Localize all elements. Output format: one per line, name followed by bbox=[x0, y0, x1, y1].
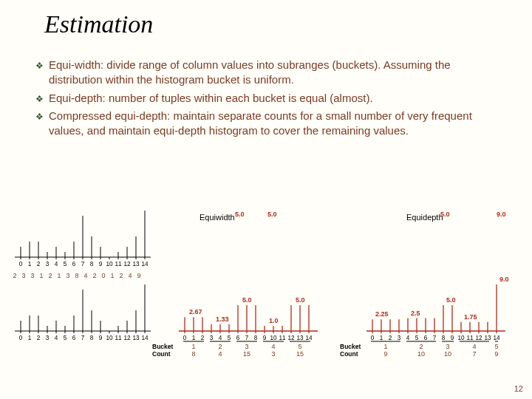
svg-text:1: 1 bbox=[380, 335, 383, 341]
svg-text:12: 12 bbox=[475, 335, 482, 341]
body-text: ❖ Equi-width: divide range of column val… bbox=[35, 58, 494, 141]
svg-text:11: 11 bbox=[279, 335, 286, 341]
svg-text:5.0: 5.0 bbox=[235, 211, 245, 218]
svg-text:10: 10 bbox=[417, 350, 425, 358]
svg-text:15: 15 bbox=[243, 350, 250, 358]
svg-text:8: 8 bbox=[191, 350, 195, 358]
svg-text:5.0: 5.0 bbox=[440, 211, 450, 218]
svg-text:9: 9 bbox=[99, 261, 103, 267]
svg-text:8: 8 bbox=[90, 261, 94, 267]
svg-text:3: 3 bbox=[245, 343, 248, 350]
svg-text:10: 10 bbox=[106, 261, 113, 267]
svg-text:9.0: 9.0 bbox=[497, 211, 506, 218]
svg-text:4: 4 bbox=[55, 335, 58, 341]
svg-text:5.0: 5.0 bbox=[242, 296, 252, 304]
svg-text:9: 9 bbox=[263, 335, 267, 341]
svg-text:10: 10 bbox=[444, 350, 451, 358]
svg-text:4: 4 bbox=[219, 335, 222, 341]
svg-text:3: 3 bbox=[46, 261, 50, 267]
svg-text:14: 14 bbox=[141, 335, 149, 341]
svg-text:12: 12 bbox=[287, 335, 295, 341]
bullet-item: ❖ Equi-depth: number of tuples within ea… bbox=[35, 91, 494, 106]
svg-text:2: 2 bbox=[218, 343, 222, 350]
page-number: 12 bbox=[514, 384, 523, 393]
svg-text:1.33: 1.33 bbox=[216, 316, 229, 323]
svg-text:1: 1 bbox=[192, 335, 196, 341]
svg-text:1: 1 bbox=[39, 272, 43, 279]
svg-text:9.0: 9.0 bbox=[499, 276, 509, 283]
svg-text:Bucket: Bucket bbox=[340, 343, 361, 350]
svg-text:2: 2 bbox=[13, 272, 16, 279]
svg-text:2: 2 bbox=[201, 335, 205, 341]
svg-text:3: 3 bbox=[30, 272, 34, 279]
svg-text:13: 13 bbox=[296, 335, 304, 341]
svg-text:3: 3 bbox=[210, 335, 214, 341]
svg-text:3: 3 bbox=[446, 343, 449, 350]
svg-text:2: 2 bbox=[92, 272, 96, 279]
svg-text:2.5: 2.5 bbox=[411, 310, 420, 317]
svg-text:5: 5 bbox=[494, 343, 498, 350]
svg-text:4: 4 bbox=[218, 350, 222, 358]
bullet-text: Equi-depth: number of tuples within each… bbox=[49, 91, 494, 106]
svg-text:15: 15 bbox=[296, 350, 304, 358]
svg-text:3: 3 bbox=[46, 335, 50, 341]
svg-text:6: 6 bbox=[72, 335, 76, 341]
svg-text:0: 0 bbox=[19, 261, 23, 267]
svg-text:7: 7 bbox=[245, 335, 249, 341]
svg-text:6: 6 bbox=[72, 261, 76, 267]
svg-text:9: 9 bbox=[451, 335, 454, 341]
svg-text:14: 14 bbox=[305, 335, 313, 341]
svg-text:4: 4 bbox=[472, 343, 476, 350]
svg-text:13: 13 bbox=[132, 261, 140, 267]
svg-text:0: 0 bbox=[19, 335, 23, 341]
svg-text:2: 2 bbox=[37, 261, 41, 267]
svg-text:4: 4 bbox=[271, 343, 275, 350]
svg-text:13: 13 bbox=[484, 335, 491, 341]
svg-text:8: 8 bbox=[254, 335, 258, 341]
svg-text:Bucket: Bucket bbox=[152, 343, 174, 350]
svg-text:2.67: 2.67 bbox=[189, 308, 202, 316]
svg-text:5: 5 bbox=[228, 335, 231, 341]
page-title: Estimation bbox=[44, 10, 153, 38]
svg-text:7: 7 bbox=[433, 335, 437, 341]
svg-text:8: 8 bbox=[90, 335, 94, 341]
svg-text:1: 1 bbox=[28, 261, 32, 267]
svg-text:5: 5 bbox=[298, 343, 301, 350]
svg-text:9: 9 bbox=[383, 350, 387, 358]
svg-text:2: 2 bbox=[48, 272, 52, 279]
svg-text:3: 3 bbox=[66, 272, 69, 279]
svg-text:0: 0 bbox=[183, 335, 187, 341]
svg-text:1.75: 1.75 bbox=[464, 313, 477, 321]
svg-text:11: 11 bbox=[115, 261, 122, 267]
svg-text:6: 6 bbox=[424, 335, 428, 341]
svg-text:7: 7 bbox=[81, 335, 85, 341]
chart-svg: 01234567891011121314 EquiwidthEquidepth2… bbox=[0, 183, 532, 390]
svg-text:9: 9 bbox=[99, 335, 103, 341]
svg-text:0: 0 bbox=[101, 272, 105, 279]
svg-text:3: 3 bbox=[21, 272, 25, 279]
svg-text:Equidepth: Equidepth bbox=[406, 213, 443, 222]
svg-text:5.0: 5.0 bbox=[446, 296, 456, 304]
svg-text:5.0: 5.0 bbox=[296, 296, 305, 304]
svg-text:14: 14 bbox=[141, 261, 149, 267]
svg-text:Count: Count bbox=[340, 350, 358, 358]
svg-text:8: 8 bbox=[75, 272, 78, 279]
svg-text:13: 13 bbox=[132, 335, 140, 341]
svg-text:7: 7 bbox=[81, 261, 85, 267]
chart-area: 01234567891011121314 EquiwidthEquidepth2… bbox=[0, 183, 532, 390]
svg-text:2: 2 bbox=[389, 335, 392, 341]
svg-text:4: 4 bbox=[406, 335, 410, 341]
svg-text:10: 10 bbox=[457, 335, 465, 341]
bullet-icon: ❖ bbox=[35, 93, 49, 105]
svg-text:8: 8 bbox=[442, 335, 446, 341]
svg-text:10: 10 bbox=[270, 335, 277, 341]
svg-text:11: 11 bbox=[115, 335, 122, 341]
svg-text:14: 14 bbox=[493, 335, 500, 341]
bullet-icon: ❖ bbox=[35, 111, 49, 123]
svg-text:10: 10 bbox=[106, 335, 113, 341]
svg-text:12: 12 bbox=[123, 335, 131, 341]
svg-text:0: 0 bbox=[371, 335, 375, 341]
bullet-item: ❖ Compressed equi-depth: maintain separa… bbox=[35, 109, 494, 139]
svg-text:1: 1 bbox=[110, 272, 114, 279]
svg-text:5: 5 bbox=[64, 335, 67, 341]
